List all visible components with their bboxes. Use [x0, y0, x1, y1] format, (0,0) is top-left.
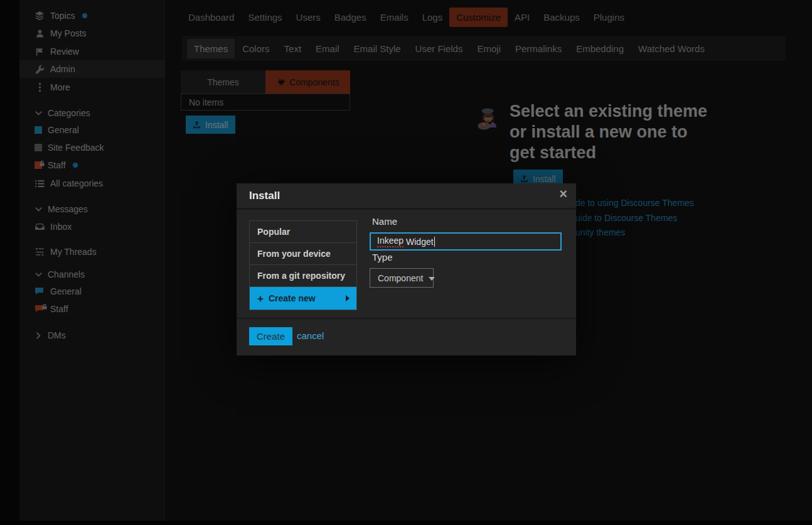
modal-header: Install × — [237, 183, 576, 210]
menu-item-popular[interactable]: Popular — [250, 221, 356, 243]
input-text-word: Inkeep — [377, 235, 403, 247]
menu-item-label: From a git repository — [257, 271, 345, 281]
caret-right-icon — [346, 295, 350, 301]
input-text-word: Widget — [406, 237, 434, 247]
install-source-menu: Popular From your device From a git repo… — [249, 220, 357, 310]
cancel-link[interactable]: cancel — [297, 330, 324, 341]
caret-down-icon — [429, 277, 435, 281]
name-label: Name — [372, 216, 397, 227]
modal-title: Install — [249, 190, 280, 202]
theme-name-input[interactable]: Inkeep Widget — [370, 232, 562, 251]
menu-item-create-new[interactable]: + Create new — [250, 287, 356, 310]
plus-icon: + — [257, 293, 264, 304]
type-select[interactable]: Component — [370, 268, 434, 288]
create-button[interactable]: Create — [249, 327, 292, 345]
menu-item-label: Popular — [257, 227, 290, 237]
menu-item-from-git[interactable]: From a git repository — [250, 265, 356, 287]
modal-footer-divider — [237, 318, 576, 319]
menu-item-label: From your device — [257, 249, 331, 259]
menu-item-label: Create new — [269, 293, 316, 303]
install-modal: Install × Popular From your device From … — [237, 183, 576, 355]
type-label: Type — [372, 252, 393, 262]
type-select-value: Component — [378, 273, 423, 283]
text-caret — [434, 237, 435, 247]
app-window: Topics My Posts Review Admin More Catego… — [0, 0, 812, 525]
menu-item-from-device[interactable]: From your device — [250, 243, 356, 265]
close-icon[interactable]: × — [559, 187, 567, 201]
